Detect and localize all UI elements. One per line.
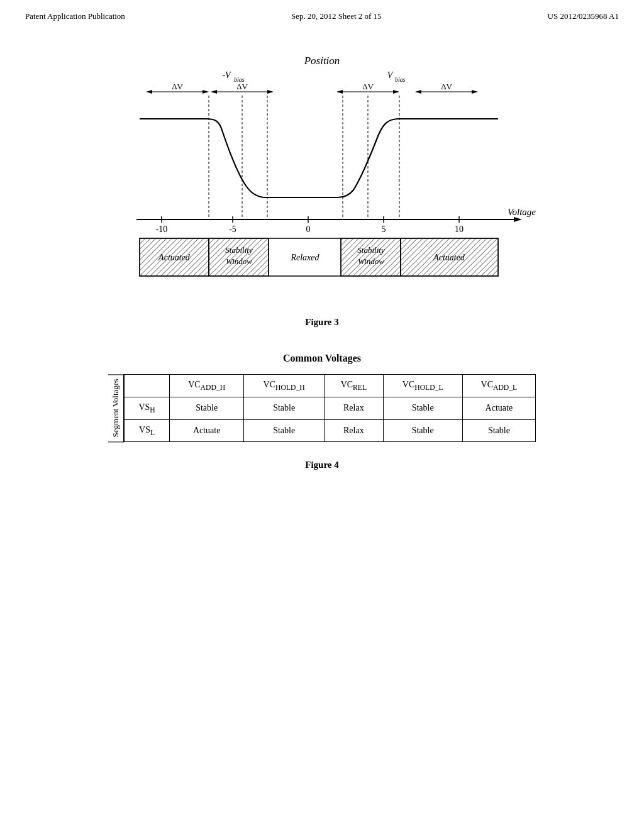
cell-vsh-vcrel: Relax bbox=[325, 397, 383, 419]
cell-vsl-vchold-l: Stable bbox=[383, 419, 462, 442]
header-vchold-h: VCHOLD_H bbox=[244, 375, 325, 397]
sub-h: H bbox=[150, 406, 155, 414]
svg-text:Position: Position bbox=[304, 55, 340, 67]
sub-l: L bbox=[150, 428, 155, 436]
header-right: US 2012/0235968 A1 bbox=[548, 11, 619, 21]
svg-text:V: V bbox=[387, 70, 394, 80]
header-vcadd-l: VCADD_L bbox=[462, 375, 535, 397]
cell-vsl-vcadd-h: Actuate bbox=[170, 419, 244, 442]
svg-marker-29 bbox=[514, 217, 522, 222]
header-center: Sep. 20, 2012 Sheet 2 of 15 bbox=[291, 11, 382, 21]
cell-vsh-vchold-l: Stable bbox=[383, 397, 462, 419]
segment-voltages-label: Segment Voltages bbox=[111, 379, 121, 438]
vertical-label: Segment Voltages bbox=[108, 374, 124, 442]
svg-text:Actuated: Actuated bbox=[433, 253, 465, 262]
svg-marker-9 bbox=[203, 90, 209, 94]
svg-text:Stability: Stability bbox=[225, 245, 253, 255]
figure3-label: Figure 3 bbox=[102, 317, 542, 328]
table-header-row: VCADD_H VCHOLD_H VCREL VCHOLD_L VCADD_L bbox=[125, 375, 536, 397]
header-left: Patent Application Publication bbox=[25, 11, 125, 21]
svg-text:ΔV: ΔV bbox=[236, 82, 248, 91]
sub-rel: REL bbox=[353, 384, 367, 392]
svg-text:Actuated: Actuated bbox=[158, 253, 191, 262]
figure3-container: Position -V bias V bias ΔV ΔV ΔV ΔV bbox=[102, 47, 542, 328]
svg-text:10: 10 bbox=[455, 224, 464, 234]
sub-add-l: ADD_L bbox=[493, 384, 517, 392]
svg-marker-17 bbox=[393, 90, 399, 94]
svg-text:-5: -5 bbox=[229, 224, 236, 234]
row-label-vsh: VSH bbox=[125, 397, 170, 419]
svg-marker-20 bbox=[415, 90, 421, 94]
svg-marker-21 bbox=[472, 90, 478, 94]
common-voltages-table: VCADD_H VCHOLD_H VCREL VCHOLD_L VCADD_L bbox=[124, 374, 536, 442]
svg-text:ΔV: ΔV bbox=[172, 82, 183, 91]
page-header: Patent Application Publication Sep. 20, … bbox=[0, 0, 644, 21]
header-vcrel: VCREL bbox=[325, 375, 383, 397]
svg-text:bias: bias bbox=[395, 76, 406, 83]
figure4-label: Figure 4 bbox=[108, 460, 536, 470]
svg-text:-V: -V bbox=[222, 70, 231, 80]
header-empty bbox=[125, 375, 170, 397]
header-vcadd-h: VCADD_H bbox=[170, 375, 244, 397]
cell-vsl-vcrel: Relax bbox=[325, 419, 383, 442]
row-label-vsl: VSL bbox=[125, 419, 170, 442]
cell-vsh-vchold-h: Stable bbox=[244, 397, 325, 419]
svg-marker-8 bbox=[146, 90, 152, 94]
table-title: Common Voltages bbox=[108, 353, 536, 364]
header-vchold-l: VCHOLD_L bbox=[383, 375, 462, 397]
svg-text:Window: Window bbox=[358, 257, 384, 266]
svg-text:0: 0 bbox=[306, 224, 311, 234]
table-row-vsh: VSH Stable Stable Relax Stable Actuate bbox=[125, 397, 536, 419]
cell-vsl-vcadd-l: Stable bbox=[462, 419, 535, 442]
cell-vsh-vcadd-l: Actuate bbox=[462, 397, 535, 419]
svg-text:Voltage: Voltage bbox=[508, 207, 536, 217]
sub-hold-h: HOLD_H bbox=[275, 384, 305, 392]
sub-add-h: ADD_H bbox=[201, 384, 226, 392]
svg-text:Relaxed: Relaxed bbox=[290, 253, 319, 262]
svg-text:Window: Window bbox=[226, 257, 252, 266]
table-row-vsl: VSL Actuate Stable Relax Stable Stable bbox=[125, 419, 536, 442]
svg-text:-10: -10 bbox=[156, 224, 168, 234]
figure4-section: Common Voltages Segment Voltages VCADD_H… bbox=[108, 353, 536, 470]
svg-marker-16 bbox=[336, 90, 343, 94]
figure3-chart: Position -V bias V bias ΔV ΔV ΔV ΔV bbox=[102, 47, 542, 311]
svg-text:ΔV: ΔV bbox=[362, 82, 374, 91]
svg-text:ΔV: ΔV bbox=[441, 82, 452, 91]
sub-hold-l: HOLD_L bbox=[414, 384, 443, 392]
svg-text:5: 5 bbox=[382, 224, 386, 234]
svg-marker-13 bbox=[267, 90, 274, 94]
svg-marker-12 bbox=[211, 90, 217, 94]
cell-vsl-vchold-h: Stable bbox=[244, 419, 325, 442]
svg-text:Stability: Stability bbox=[357, 245, 385, 255]
cell-vsh-vcadd-h: Stable bbox=[170, 397, 244, 419]
table-wrapper: Segment Voltages VCADD_H VCHOLD_H VCREL bbox=[108, 374, 536, 442]
